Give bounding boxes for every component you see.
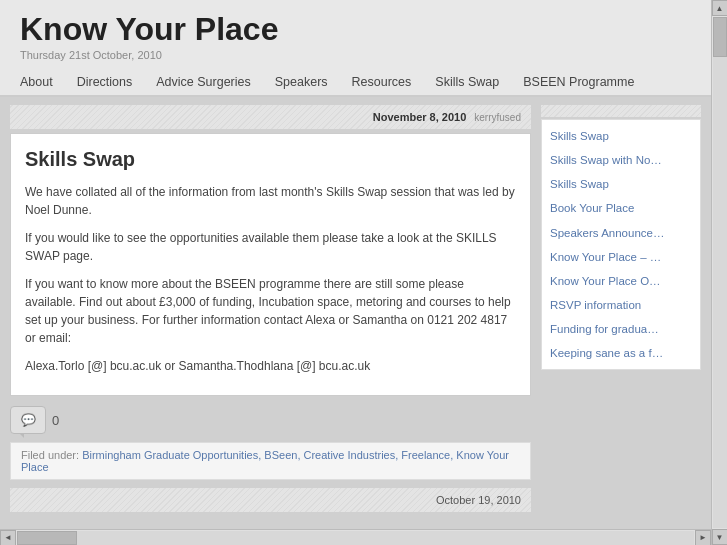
nav-item-advice-surgeries[interactable]: Advice Surgeries [144, 69, 263, 95]
post-paragraph-3: If you want to know more about the BSEEN… [25, 275, 516, 347]
comment-count: 0 [52, 413, 59, 428]
main-column: November 8, 2010 kerryfused Skills Swap … [10, 105, 531, 512]
site-header: Know Your Place Thursday 21st October, 2… [0, 0, 711, 97]
next-post-date: October 19, 2010 [436, 494, 521, 506]
post-paragraph-4: Alexa.Torlo [@] bcu.ac.uk or Samantha.Th… [25, 357, 516, 375]
sidebar-link[interactable]: Skills Swap [542, 172, 700, 196]
sidebar-link[interactable]: Know Your Place – … [542, 245, 700, 269]
site-title: Know Your Place [20, 12, 691, 47]
sidebar-link[interactable]: Know Your Place O… [542, 269, 700, 293]
post-title: Skills Swap [25, 148, 516, 171]
site-subtitle: Thursday 21st October, 2010 [20, 49, 691, 61]
nav-item-bseen-programme[interactable]: BSEEN Programme [511, 69, 646, 95]
filed-label: Filed under: [21, 449, 79, 461]
post-body: We have collated all of the information … [25, 183, 516, 375]
sidebar-link[interactable]: Speakers Announce… [542, 221, 700, 245]
main-nav: AboutDirectionsAdvice SurgeriesSpeakersR… [20, 69, 691, 95]
post-date: November 8, 2010 [373, 111, 467, 123]
scroll-right-button[interactable]: ► [695, 530, 711, 546]
sidebar-link[interactable]: Skills Swap with No… [542, 148, 700, 172]
sidebar-link[interactable]: Skills Swap [542, 124, 700, 148]
post-categories[interactable]: Birmingham Graduate Opportunities, BSeen… [21, 449, 509, 473]
nav-item-resources[interactable]: Resources [340, 69, 424, 95]
post-content: Skills Swap We have collated all of the … [10, 133, 531, 396]
post-meta-bar: November 8, 2010 kerryfused [10, 105, 531, 129]
nav-item-skills-swap[interactable]: Skills Swap [423, 69, 511, 95]
sidebar: Skills SwapSkills Swap with No…Skills Sw… [541, 105, 701, 512]
post-footer: Filed under: Birmingham Graduate Opportu… [10, 442, 531, 480]
scrollbar-right[interactable]: ▲ ▼ [711, 0, 727, 545]
scroll-left-button[interactable]: ◄ [0, 530, 16, 546]
scrollbar-thumb-right[interactable] [713, 17, 727, 57]
comment-bubble[interactable]: 💬 [10, 406, 46, 434]
scrollbar-track-bottom[interactable] [17, 531, 694, 545]
comment-icon: 💬 [21, 413, 36, 428]
main-wrapper: Know Your Place Thursday 21st October, 2… [0, 0, 711, 529]
scroll-up-button[interactable]: ▲ [712, 0, 728, 16]
sidebar-section-header [541, 105, 701, 117]
scrollbar-thumb-bottom[interactable] [17, 531, 77, 545]
scrollbar-track-right[interactable] [713, 17, 727, 528]
nav-item-speakers[interactable]: Speakers [263, 69, 340, 95]
sidebar-link[interactable]: Keeping sane as a f… [542, 341, 700, 365]
post-paragraph-1: We have collated all of the information … [25, 183, 516, 219]
next-post-bar: October 19, 2010 [10, 488, 531, 512]
scrollbar-bottom[interactable]: ◄ ► [0, 529, 711, 545]
sidebar-link[interactable]: Book Your Place [542, 196, 700, 220]
nav-item-about[interactable]: About [20, 69, 65, 95]
scroll-down-button[interactable]: ▼ [712, 529, 728, 545]
sidebar-links: Skills SwapSkills Swap with No…Skills Sw… [541, 119, 701, 370]
post-paragraph-2: If you would like to see the opportuniti… [25, 229, 516, 265]
nav-item-directions[interactable]: Directions [65, 69, 145, 95]
content-area: November 8, 2010 kerryfused Skills Swap … [0, 105, 711, 512]
sidebar-link[interactable]: RSVP information [542, 293, 700, 317]
comment-bar: 💬 0 [10, 402, 531, 438]
sidebar-link[interactable]: Funding for gradua… [542, 317, 700, 341]
post-author: kerryfused [474, 112, 521, 123]
